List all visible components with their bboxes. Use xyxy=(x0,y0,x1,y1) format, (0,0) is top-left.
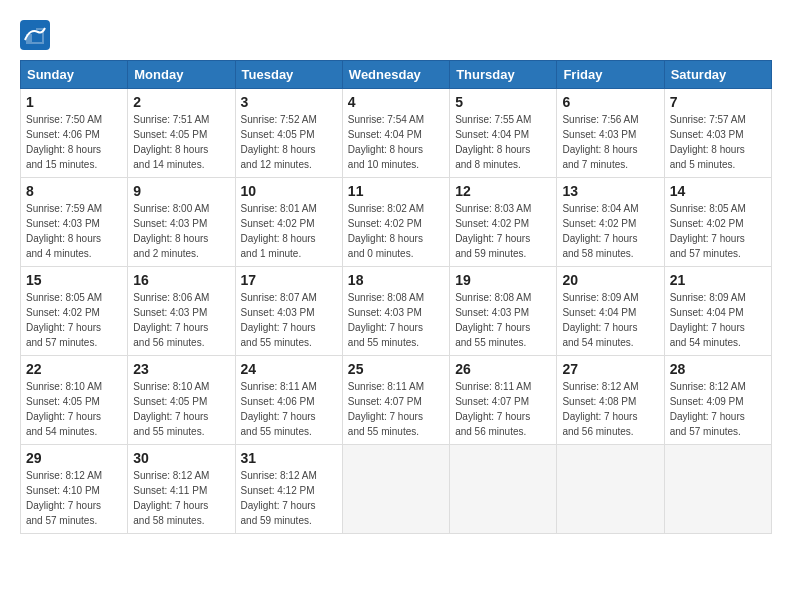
calendar-cell: 3Sunrise: 7:52 AMSunset: 4:05 PMDaylight… xyxy=(235,89,342,178)
day-number: 16 xyxy=(133,272,229,288)
day-info: Sunrise: 8:11 AMSunset: 4:06 PMDaylight:… xyxy=(241,379,337,439)
day-info: Sunrise: 8:09 AMSunset: 4:04 PMDaylight:… xyxy=(562,290,658,350)
day-info: Sunrise: 8:05 AMSunset: 4:02 PMDaylight:… xyxy=(26,290,122,350)
calendar-cell: 26Sunrise: 8:11 AMSunset: 4:07 PMDayligh… xyxy=(450,356,557,445)
day-info: Sunrise: 8:00 AMSunset: 4:03 PMDaylight:… xyxy=(133,201,229,261)
day-info: Sunrise: 8:01 AMSunset: 4:02 PMDaylight:… xyxy=(241,201,337,261)
day-number: 8 xyxy=(26,183,122,199)
day-number: 30 xyxy=(133,450,229,466)
day-info: Sunrise: 7:55 AMSunset: 4:04 PMDaylight:… xyxy=(455,112,551,172)
day-info: Sunrise: 7:56 AMSunset: 4:03 PMDaylight:… xyxy=(562,112,658,172)
day-info: Sunrise: 7:50 AMSunset: 4:06 PMDaylight:… xyxy=(26,112,122,172)
logo-icon xyxy=(20,20,50,50)
calendar-cell: 16Sunrise: 8:06 AMSunset: 4:03 PMDayligh… xyxy=(128,267,235,356)
day-number: 3 xyxy=(241,94,337,110)
day-number: 24 xyxy=(241,361,337,377)
column-header-sunday: Sunday xyxy=(21,61,128,89)
day-info: Sunrise: 7:54 AMSunset: 4:04 PMDaylight:… xyxy=(348,112,444,172)
day-number: 17 xyxy=(241,272,337,288)
calendar-cell: 1Sunrise: 7:50 AMSunset: 4:06 PMDaylight… xyxy=(21,89,128,178)
day-info: Sunrise: 8:04 AMSunset: 4:02 PMDaylight:… xyxy=(562,201,658,261)
svg-rect-0 xyxy=(20,20,50,50)
day-info: Sunrise: 7:59 AMSunset: 4:03 PMDaylight:… xyxy=(26,201,122,261)
day-info: Sunrise: 7:57 AMSunset: 4:03 PMDaylight:… xyxy=(670,112,766,172)
day-number: 27 xyxy=(562,361,658,377)
day-number: 26 xyxy=(455,361,551,377)
calendar-cell: 2Sunrise: 7:51 AMSunset: 4:05 PMDaylight… xyxy=(128,89,235,178)
calendar-cell: 17Sunrise: 8:07 AMSunset: 4:03 PMDayligh… xyxy=(235,267,342,356)
calendar-cell: 31Sunrise: 8:12 AMSunset: 4:12 PMDayligh… xyxy=(235,445,342,534)
calendar-cell: 8Sunrise: 7:59 AMSunset: 4:03 PMDaylight… xyxy=(21,178,128,267)
calendar-cell: 19Sunrise: 8:08 AMSunset: 4:03 PMDayligh… xyxy=(450,267,557,356)
day-info: Sunrise: 8:06 AMSunset: 4:03 PMDaylight:… xyxy=(133,290,229,350)
day-number: 25 xyxy=(348,361,444,377)
calendar-cell: 14Sunrise: 8:05 AMSunset: 4:02 PMDayligh… xyxy=(664,178,771,267)
day-number: 29 xyxy=(26,450,122,466)
calendar-cell: 30Sunrise: 8:12 AMSunset: 4:11 PMDayligh… xyxy=(128,445,235,534)
calendar-cell: 15Sunrise: 8:05 AMSunset: 4:02 PMDayligh… xyxy=(21,267,128,356)
day-number: 1 xyxy=(26,94,122,110)
column-header-friday: Friday xyxy=(557,61,664,89)
calendar-cell: 6Sunrise: 7:56 AMSunset: 4:03 PMDaylight… xyxy=(557,89,664,178)
column-header-thursday: Thursday xyxy=(450,61,557,89)
day-info: Sunrise: 8:08 AMSunset: 4:03 PMDaylight:… xyxy=(455,290,551,350)
day-info: Sunrise: 8:02 AMSunset: 4:02 PMDaylight:… xyxy=(348,201,444,261)
day-number: 20 xyxy=(562,272,658,288)
day-info: Sunrise: 8:12 AMSunset: 4:09 PMDaylight:… xyxy=(670,379,766,439)
day-number: 13 xyxy=(562,183,658,199)
day-info: Sunrise: 8:10 AMSunset: 4:05 PMDaylight:… xyxy=(26,379,122,439)
day-number: 31 xyxy=(241,450,337,466)
day-number: 22 xyxy=(26,361,122,377)
day-number: 6 xyxy=(562,94,658,110)
calendar-cell: 5Sunrise: 7:55 AMSunset: 4:04 PMDaylight… xyxy=(450,89,557,178)
column-header-tuesday: Tuesday xyxy=(235,61,342,89)
calendar-cell: 23Sunrise: 8:10 AMSunset: 4:05 PMDayligh… xyxy=(128,356,235,445)
day-number: 19 xyxy=(455,272,551,288)
calendar-cell: 11Sunrise: 8:02 AMSunset: 4:02 PMDayligh… xyxy=(342,178,449,267)
calendar-cell: 20Sunrise: 8:09 AMSunset: 4:04 PMDayligh… xyxy=(557,267,664,356)
calendar-week-row: 29Sunrise: 8:12 AMSunset: 4:10 PMDayligh… xyxy=(21,445,772,534)
day-info: Sunrise: 8:11 AMSunset: 4:07 PMDaylight:… xyxy=(455,379,551,439)
day-info: Sunrise: 8:12 AMSunset: 4:11 PMDaylight:… xyxy=(133,468,229,528)
day-info: Sunrise: 8:09 AMSunset: 4:04 PMDaylight:… xyxy=(670,290,766,350)
column-header-wednesday: Wednesday xyxy=(342,61,449,89)
day-number: 21 xyxy=(670,272,766,288)
calendar-cell: 24Sunrise: 8:11 AMSunset: 4:06 PMDayligh… xyxy=(235,356,342,445)
day-info: Sunrise: 7:51 AMSunset: 4:05 PMDaylight:… xyxy=(133,112,229,172)
day-number: 18 xyxy=(348,272,444,288)
day-number: 9 xyxy=(133,183,229,199)
calendar-header-row: SundayMondayTuesdayWednesdayThursdayFrid… xyxy=(21,61,772,89)
logo xyxy=(20,20,52,50)
calendar-cell xyxy=(450,445,557,534)
calendar-week-row: 1Sunrise: 7:50 AMSunset: 4:06 PMDaylight… xyxy=(21,89,772,178)
column-header-saturday: Saturday xyxy=(664,61,771,89)
day-number: 11 xyxy=(348,183,444,199)
day-info: Sunrise: 8:10 AMSunset: 4:05 PMDaylight:… xyxy=(133,379,229,439)
day-number: 7 xyxy=(670,94,766,110)
day-number: 5 xyxy=(455,94,551,110)
page-header xyxy=(20,20,772,50)
calendar-week-row: 22Sunrise: 8:10 AMSunset: 4:05 PMDayligh… xyxy=(21,356,772,445)
column-header-monday: Monday xyxy=(128,61,235,89)
calendar-cell: 4Sunrise: 7:54 AMSunset: 4:04 PMDaylight… xyxy=(342,89,449,178)
calendar-cell: 12Sunrise: 8:03 AMSunset: 4:02 PMDayligh… xyxy=(450,178,557,267)
day-number: 14 xyxy=(670,183,766,199)
day-number: 4 xyxy=(348,94,444,110)
calendar-cell: 29Sunrise: 8:12 AMSunset: 4:10 PMDayligh… xyxy=(21,445,128,534)
calendar-cell xyxy=(342,445,449,534)
day-info: Sunrise: 8:11 AMSunset: 4:07 PMDaylight:… xyxy=(348,379,444,439)
day-number: 10 xyxy=(241,183,337,199)
day-info: Sunrise: 8:05 AMSunset: 4:02 PMDaylight:… xyxy=(670,201,766,261)
calendar-cell: 27Sunrise: 8:12 AMSunset: 4:08 PMDayligh… xyxy=(557,356,664,445)
calendar-week-row: 15Sunrise: 8:05 AMSunset: 4:02 PMDayligh… xyxy=(21,267,772,356)
calendar-cell: 13Sunrise: 8:04 AMSunset: 4:02 PMDayligh… xyxy=(557,178,664,267)
calendar-cell: 7Sunrise: 7:57 AMSunset: 4:03 PMDaylight… xyxy=(664,89,771,178)
day-info: Sunrise: 8:12 AMSunset: 4:08 PMDaylight:… xyxy=(562,379,658,439)
day-info: Sunrise: 8:08 AMSunset: 4:03 PMDaylight:… xyxy=(348,290,444,350)
day-number: 23 xyxy=(133,361,229,377)
calendar-table: SundayMondayTuesdayWednesdayThursdayFrid… xyxy=(20,60,772,534)
day-number: 2 xyxy=(133,94,229,110)
day-info: Sunrise: 7:52 AMSunset: 4:05 PMDaylight:… xyxy=(241,112,337,172)
calendar-cell xyxy=(557,445,664,534)
calendar-cell: 28Sunrise: 8:12 AMSunset: 4:09 PMDayligh… xyxy=(664,356,771,445)
